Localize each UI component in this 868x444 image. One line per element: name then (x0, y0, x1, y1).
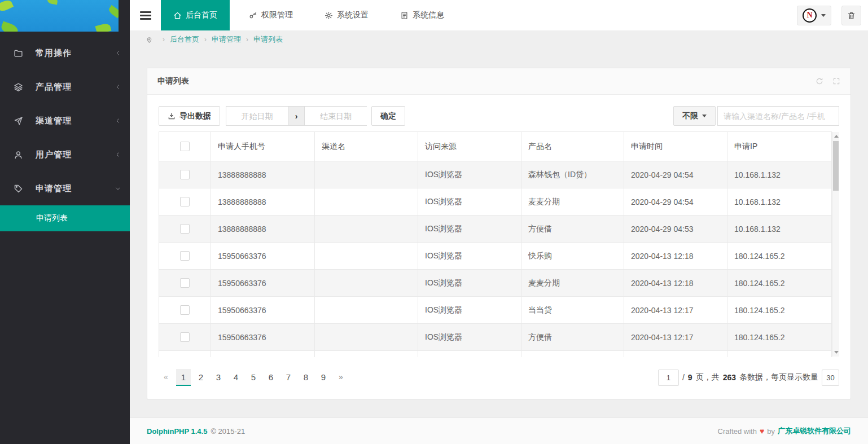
breadcrumb-link-0[interactable]: 后台首页 (170, 34, 199, 45)
tab-3[interactable]: 系统信息 (388, 0, 457, 30)
panel-title: 申请列表 (157, 76, 189, 86)
table-row-1: 13888888888IOS浏览器麦麦分期2020-04-29 04:5410.… (159, 188, 832, 216)
sidebar-item-4[interactable]: 申请管理 (0, 172, 130, 205)
pagination-info: / 9 页，共 263 条数据，每页显示数量 (658, 370, 839, 386)
table-cell (315, 188, 418, 216)
confirm-button[interactable]: 确定 (371, 106, 405, 126)
table-cell (315, 297, 418, 324)
pagination-page-6[interactable]: 6 (264, 369, 278, 386)
table-cell: 森林钱包（ID贷） (521, 161, 624, 188)
home-icon (173, 11, 182, 20)
pages-label: 页，共 (696, 372, 720, 383)
data-table: 申请人手机号渠道名访问来源产品名申请时间申请IP 13888888888IOS浏… (159, 131, 832, 357)
total-pages: 9 (688, 373, 692, 382)
sidebar-item-0[interactable]: 常用操作 (0, 36, 130, 70)
filter-dropdown-button[interactable]: 不限 (673, 106, 716, 126)
topbar-actions: N (797, 0, 868, 30)
table-scrollbar[interactable] (832, 132, 839, 357)
row-checkbox[interactable] (180, 170, 190, 179)
pagination-page-4[interactable]: 4 (229, 369, 243, 386)
end-date-input[interactable] (305, 106, 367, 126)
sidebar-item-2[interactable]: 渠道管理 (0, 104, 130, 138)
table-cell: 当当贷 (521, 297, 624, 324)
pagination-prev-button[interactable]: « (159, 369, 173, 386)
table-cell: 2020-04-13 12:17 (624, 297, 727, 324)
table-cell: IOS浏览器 (418, 324, 521, 351)
table-cell: 2020-04-13 12:17 (624, 324, 727, 351)
export-data-button[interactable]: 导出数据 (159, 106, 220, 126)
row-checkbox[interactable] (180, 278, 190, 288)
pagination-next-button[interactable]: » (334, 369, 348, 386)
pagination-page-8[interactable]: 8 (299, 369, 313, 386)
page-number-input[interactable] (658, 370, 679, 386)
key-icon (249, 11, 257, 20)
column-header: 产品名 (521, 132, 624, 161)
scroll-up-arrow-icon[interactable] (834, 135, 839, 138)
avatar: N (803, 8, 817, 23)
user-menu-button[interactable]: N (797, 6, 831, 25)
table-cell: 13888888888 (211, 188, 315, 216)
scrollbar-thumb[interactable] (833, 141, 839, 191)
breadcrumb-link-1[interactable]: 申请管理 (212, 34, 241, 45)
panel-tools (816, 77, 840, 85)
row-checkbox[interactable] (180, 224, 190, 234)
pagination-page-5[interactable]: 5 (246, 369, 261, 386)
scroll-down-arrow-icon[interactable] (834, 351, 839, 354)
list-panel: 申请列表 导出数据 › (147, 68, 851, 399)
pagination-page-1[interactable]: 1 (176, 369, 191, 386)
location-pin-icon (146, 36, 153, 43)
panel-header: 申请列表 (147, 68, 851, 95)
sidebar-item-3[interactable]: 用户管理 (0, 138, 130, 172)
topnav-tabs: 后台首页权限管理系统设置系统信息 (161, 0, 463, 30)
tab-0[interactable]: 后台首页 (161, 0, 230, 30)
table-cell: 13888888888 (211, 216, 315, 243)
column-header: 渠道名 (315, 132, 418, 161)
clear-cache-button[interactable] (841, 6, 861, 25)
chevron-left-icon (115, 117, 121, 124)
start-date-input[interactable] (226, 106, 288, 126)
table-cell (315, 324, 418, 351)
sidebar-item-1[interactable]: 产品管理 (0, 70, 130, 104)
pagination-page-7[interactable]: 7 (281, 369, 296, 386)
tab-1[interactable]: 权限管理 (236, 0, 305, 30)
chevron-down-icon (702, 115, 707, 117)
refresh-icon[interactable] (816, 77, 823, 85)
tag-icon (14, 184, 23, 194)
records-label: 条数据，每页显示数量 (739, 372, 818, 383)
pagination-page-2[interactable]: 2 (194, 369, 208, 386)
page-size-input[interactable] (822, 370, 839, 386)
heart-icon: ♥ (760, 427, 764, 436)
row-checkbox[interactable] (180, 197, 190, 206)
select-all-checkbox[interactable] (180, 142, 190, 151)
fullscreen-icon[interactable] (832, 77, 840, 85)
row-checkbox[interactable] (180, 332, 190, 342)
table-cell (315, 243, 418, 270)
sidebar: 常用操作产品管理渠道管理用户管理申请管理申请列表 (0, 0, 130, 444)
pagination-page-3[interactable]: 3 (211, 369, 226, 386)
row-checkbox[interactable] (180, 305, 190, 315)
table-row-3: 15950663376IOS浏览器快乐购2020-04-13 12:18180.… (159, 243, 832, 270)
breadcrumb-link-2[interactable]: 申请列表 (253, 34, 283, 45)
row-checkbox[interactable] (180, 251, 190, 261)
footer-company[interactable]: 广东卓锐软件有限公司 (778, 426, 851, 436)
sidebar-subitem-4-0[interactable]: 申请列表 (0, 205, 130, 231)
app-logo[interactable] (0, 0, 119, 32)
main-content: ›后台首页›申请管理›申请列表 申请列表 导出数据 (130, 31, 868, 417)
breadcrumb: ›后台首页›申请管理›申请列表 (130, 31, 868, 48)
footer-copyright: © 2015-21 (211, 427, 245, 436)
sidebar-toggle-button[interactable] (130, 0, 161, 30)
table-cell: 15950663376 (211, 297, 315, 324)
chevron-down-icon (115, 185, 121, 192)
pagination-page-9[interactable]: 9 (316, 369, 331, 386)
table-cell: IOS浏览器 (418, 243, 521, 270)
table-row-partial (159, 351, 832, 358)
table-row-4: 15950663376IOS浏览器麦麦分期2020-04-13 12:18180… (159, 270, 832, 297)
leaf-decoration (0, 0, 14, 13)
footer-brand[interactable]: DolphinPHP 1.4.5 (147, 427, 207, 436)
search-input[interactable] (717, 106, 839, 126)
table-cell: 2020-04-29 04:54 (624, 161, 727, 188)
footer-credit: Crafted with ♥ by 广东卓锐软件有限公司 (718, 426, 851, 436)
chevron-down-icon (821, 14, 826, 17)
send-icon (14, 116, 23, 126)
tab-2[interactable]: 系统设置 (312, 0, 381, 30)
